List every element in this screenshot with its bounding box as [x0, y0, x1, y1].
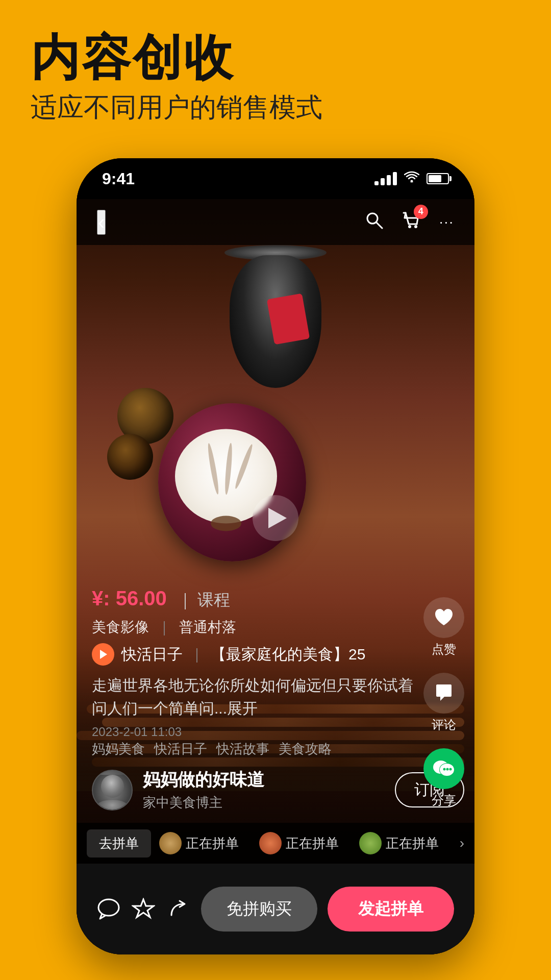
header-section: 内容创收 适应不同用户的销售模式 — [0, 0, 551, 136]
pinjian-avatar-2 — [259, 832, 282, 854]
pinjian-avatar-3 — [359, 832, 382, 854]
star-button[interactable] — [132, 898, 155, 920]
nav-right-icons: 4 ··· — [365, 211, 454, 234]
category-tags: 美食影像 ｜ 普通村落 — [92, 618, 236, 637]
status-bar: 9:41 — [77, 158, 474, 199]
like-icon-circle — [423, 597, 464, 638]
comment-label: 评论 — [432, 717, 456, 733]
start-group-button[interactable]: 发起拼单 — [328, 887, 454, 932]
more-icon[interactable]: ··· — [439, 214, 454, 230]
like-action[interactable]: 点赞 — [423, 597, 464, 657]
share-label: 分享 — [432, 792, 456, 808]
free-buy-button[interactable]: 免拼购买 — [201, 887, 317, 932]
pinjian-user-3: 正在拼单 — [359, 832, 451, 854]
author-title: 家中美食博主 — [143, 794, 385, 812]
comment-icon — [433, 682, 455, 704]
svg-point-12 — [98, 899, 119, 916]
forward-icon — [166, 898, 190, 920]
header-title: 内容创收 — [31, 31, 520, 85]
forward-button[interactable] — [166, 898, 190, 920]
hashtag-4[interactable]: 美食攻略 — [279, 740, 332, 758]
svg-marker-5 — [100, 650, 107, 659]
content-title: 【最家庭化的美食】25 — [211, 644, 365, 665]
channel-avatar — [92, 643, 114, 666]
chat-button[interactable] — [97, 898, 120, 920]
play-triangle-icon — [268, 508, 287, 528]
wechat-icon — [432, 758, 456, 779]
content-area: ¥: 56.00 ｜ 课程 美食影像 ｜ 普通村落 快活日子 — [77, 158, 474, 954]
channel-name[interactable]: 快活日子 — [121, 644, 183, 665]
author-avatar[interactable] — [92, 770, 133, 811]
navigation-bar: ‹ — [77, 199, 474, 245]
author-name: 妈妈做的好味道 — [143, 768, 385, 792]
page-background: 内容创收 适应不同用户的销售模式 9:41 — [0, 0, 551, 980]
back-button[interactable]: ‹ — [97, 210, 106, 235]
user-info-row: 快活日子 ｜ 【最家庭化的美食】25 — [92, 643, 365, 666]
category-1: 美食影像 — [92, 618, 149, 637]
pinjian-status-3: 正在拼单 — [386, 835, 439, 852]
cart-wrapper[interactable]: 4 — [402, 211, 421, 234]
wechat-icon-circle — [423, 748, 464, 789]
comment-action[interactable]: 评论 — [423, 673, 464, 733]
play-button[interactable] — [253, 495, 298, 541]
go-pinjian-button[interactable]: 去拼单 — [87, 829, 151, 857]
purchase-buttons: 免拼购买 发起拼单 — [201, 887, 454, 932]
comment-icon-circle — [423, 673, 464, 714]
price-value: ¥: 56.00 — [92, 587, 167, 609]
svg-point-9 — [443, 768, 446, 771]
svg-line-2 — [377, 223, 382, 228]
header-subtitle: 适应不同用户的销售模式 — [31, 90, 520, 126]
signal-icon — [374, 172, 397, 185]
category-divider: ｜ — [157, 618, 171, 637]
svg-point-0 — [411, 180, 413, 182]
bottom-bar: 免拼购买 发起拼单 — [77, 864, 474, 954]
status-time: 9:41 — [102, 169, 135, 188]
hashtag-1[interactable]: 妈妈美食 — [92, 740, 145, 758]
pinjian-user-2: 正在拼单 — [259, 832, 351, 854]
hashtag-2[interactable]: 快活日子 — [154, 740, 207, 758]
pinjian-row: 去拼单 正在拼单 正在拼单 正在拼单 › — [77, 823, 474, 864]
author-info: 妈妈做的好味道 家中美食博主 — [143, 768, 385, 812]
price-type: ｜ 课程 — [177, 591, 230, 609]
author-row: 妈妈做的好味道 家中美食博主 订阅 — [92, 768, 464, 812]
hashtag-3[interactable]: 快活故事 — [216, 740, 269, 758]
pinjian-status-2: 正在拼单 — [286, 835, 339, 852]
hashtags-row: 妈妈美食 快活日子 快活故事 美食攻略 — [92, 740, 332, 758]
description-text: 走遍世界各地无论你所处如何偏远但只要你试着问人们一个简单问...展开 2023-… — [92, 674, 413, 741]
svg-point-4 — [414, 225, 417, 228]
cart-badge: 4 — [414, 205, 428, 219]
phone-mockup: 9:41 — [77, 158, 474, 954]
svg-marker-13 — [133, 899, 154, 917]
pinjian-avatar-1 — [159, 832, 182, 854]
wifi-icon — [404, 170, 419, 187]
right-actions: 点赞 评论 — [423, 597, 464, 808]
mangosteen-fruit — [158, 403, 321, 587]
svg-point-10 — [446, 768, 449, 771]
share-action[interactable]: 分享 — [423, 748, 464, 808]
status-icons — [374, 170, 449, 187]
svg-point-3 — [408, 225, 411, 228]
star-icon — [132, 898, 155, 920]
heart-icon — [433, 607, 455, 628]
search-icon[interactable] — [365, 211, 383, 234]
pinjian-arrow-icon: › — [460, 835, 464, 851]
price-section: ¥: 56.00 ｜ 课程 — [92, 587, 230, 611]
svg-point-11 — [449, 768, 452, 771]
like-label: 点赞 — [432, 641, 456, 657]
desc-main[interactable]: 走遍世界各地无论你所处如何偏远但只要你试着问人们一个简单问...展开 — [92, 677, 413, 717]
pinjian-user-1: 正在拼单 — [159, 832, 251, 854]
play-icon — [97, 648, 109, 660]
category-2: 普通村落 — [179, 618, 236, 637]
chat-icon — [97, 898, 120, 920]
battery-icon — [427, 173, 449, 184]
post-timestamp: 2023-2-01 11:03 — [92, 723, 413, 741]
pinjian-status-1: 正在拼单 — [186, 835, 239, 852]
